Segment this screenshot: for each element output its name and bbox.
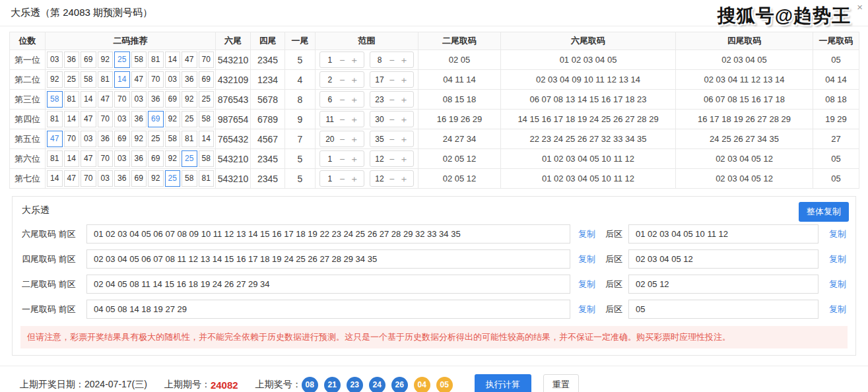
minus-button[interactable]: −: [339, 75, 345, 84]
number-box[interactable]: 81: [98, 71, 114, 88]
number-box[interactable]: 70: [64, 131, 80, 147]
stepper-value[interactable]: 20: [325, 135, 335, 144]
number-box[interactable]: 92: [165, 150, 181, 167]
number-box[interactable]: 03: [165, 71, 181, 88]
number-box-selected[interactable]: 14: [114, 71, 130, 88]
stepper-value[interactable]: 1: [325, 154, 335, 164]
number-box-selected[interactable]: 47: [47, 131, 63, 147]
front-zone-input[interactable]: 01 02 03 04 05 06 07 08 09 10 11 12 13 1…: [86, 224, 570, 244]
stepper-value[interactable]: 23: [375, 95, 385, 104]
copy-back-link[interactable]: 复制: [829, 278, 846, 290]
stepper-value[interactable]: 11: [325, 115, 335, 124]
number-box[interactable]: 03: [114, 150, 130, 167]
minus-button[interactable]: −: [389, 75, 395, 84]
plus-button[interactable]: ＋: [350, 154, 359, 164]
number-box[interactable]: 36: [148, 91, 164, 108]
number-box[interactable]: 70: [81, 170, 96, 187]
stepper-value[interactable]: 6: [325, 95, 335, 104]
number-box[interactable]: 47: [64, 170, 80, 187]
number-box[interactable]: 70: [148, 71, 164, 88]
number-box[interactable]: 47: [81, 111, 96, 127]
number-box[interactable]: 58: [131, 51, 147, 68]
number-box[interactable]: 25: [64, 71, 80, 88]
minus-button[interactable]: −: [339, 95, 345, 104]
minus-button[interactable]: −: [389, 174, 395, 183]
number-box[interactable]: 14: [64, 111, 80, 127]
number-box[interactable]: 69: [148, 150, 164, 167]
number-box[interactable]: 81: [182, 131, 197, 147]
number-box[interactable]: 25: [199, 91, 215, 108]
plus-button[interactable]: ＋: [350, 115, 359, 124]
minus-button[interactable]: −: [389, 135, 395, 144]
plus-button[interactable]: ＋: [399, 75, 409, 84]
stepper-value[interactable]: 8: [375, 55, 385, 65]
copy-front-link[interactable]: 复制: [578, 253, 595, 265]
number-box[interactable]: 92: [165, 111, 181, 127]
number-box[interactable]: 92: [47, 71, 63, 88]
minus-button[interactable]: −: [339, 174, 345, 183]
back-zone-input[interactable]: 05: [628, 300, 818, 319]
number-box[interactable]: 81: [64, 91, 80, 108]
number-box[interactable]: 36: [131, 150, 147, 167]
minus-button[interactable]: −: [389, 115, 395, 124]
number-box[interactable]: 25: [148, 131, 164, 147]
copy-back-link[interactable]: 复制: [829, 304, 846, 315]
number-box[interactable]: 69: [81, 51, 96, 68]
number-box[interactable]: 36: [131, 111, 147, 127]
number-box[interactable]: 69: [131, 170, 147, 187]
minus-button[interactable]: −: [389, 154, 395, 164]
copy-front-link[interactable]: 复制: [578, 304, 595, 315]
copy-front-link[interactable]: 复制: [578, 228, 595, 240]
stepper-value[interactable]: 1: [325, 55, 335, 65]
stepper-value[interactable]: 12: [375, 154, 385, 164]
number-box[interactable]: 14: [165, 51, 181, 68]
plus-button[interactable]: ＋: [399, 174, 409, 183]
plus-button[interactable]: ＋: [350, 174, 359, 183]
number-box[interactable]: 58: [199, 150, 215, 167]
stepper-value[interactable]: 2: [325, 75, 335, 84]
number-box[interactable]: 81: [148, 51, 164, 68]
stepper-value[interactable]: 17: [375, 75, 385, 84]
number-box[interactable]: 70: [98, 150, 114, 167]
number-box[interactable]: 47: [182, 51, 197, 68]
number-box[interactable]: 58: [199, 111, 215, 127]
back-zone-input[interactable]: 01 02 03 04 05 10 11 12: [628, 224, 818, 244]
minus-button[interactable]: −: [339, 115, 345, 124]
reset-button[interactable]: 重置: [543, 374, 579, 392]
number-box[interactable]: 36: [114, 170, 130, 187]
number-box[interactable]: 36: [98, 131, 114, 147]
number-box[interactable]: 58: [81, 71, 96, 88]
close-icon[interactable]: ×: [857, 1, 863, 13]
copy-all-button[interactable]: 整体复制: [799, 202, 849, 222]
number-box[interactable]: 81: [199, 170, 215, 187]
number-box[interactable]: 58: [182, 170, 197, 187]
number-box[interactable]: 25: [182, 111, 197, 127]
stepper-value[interactable]: 12: [375, 174, 385, 183]
number-box[interactable]: 47: [131, 71, 147, 88]
number-box[interactable]: 70: [98, 111, 114, 127]
number-box[interactable]: 36: [182, 71, 197, 88]
front-zone-input[interactable]: 04 05 08 14 18 19 27 29: [86, 300, 570, 319]
number-box-selected[interactable]: 25: [114, 51, 130, 68]
number-box[interactable]: 69: [165, 91, 181, 108]
plus-button[interactable]: ＋: [350, 55, 359, 65]
plus-button[interactable]: ＋: [350, 135, 359, 144]
number-box[interactable]: 14: [81, 91, 96, 108]
plus-button[interactable]: ＋: [399, 115, 409, 124]
front-zone-input[interactable]: 02 03 04 05 06 07 08 11 12 13 14 15 16 1…: [86, 249, 570, 269]
plus-button[interactable]: ＋: [350, 75, 359, 84]
number-box[interactable]: 58: [165, 131, 181, 147]
number-box[interactable]: 03: [47, 51, 63, 68]
plus-button[interactable]: ＋: [399, 154, 409, 164]
plus-button[interactable]: ＋: [399, 135, 409, 144]
plus-button[interactable]: ＋: [399, 55, 409, 65]
copy-back-link[interactable]: 复制: [829, 228, 846, 240]
number-box[interactable]: 14: [199, 131, 215, 147]
stepper-value[interactable]: 35: [375, 135, 385, 144]
number-box[interactable]: 03: [98, 170, 114, 187]
minus-button[interactable]: −: [389, 95, 395, 104]
number-box[interactable]: 81: [47, 150, 63, 167]
number-box[interactable]: 92: [148, 170, 164, 187]
minus-button[interactable]: −: [339, 154, 345, 164]
back-zone-input[interactable]: 02 03 04 05 12: [628, 249, 818, 269]
